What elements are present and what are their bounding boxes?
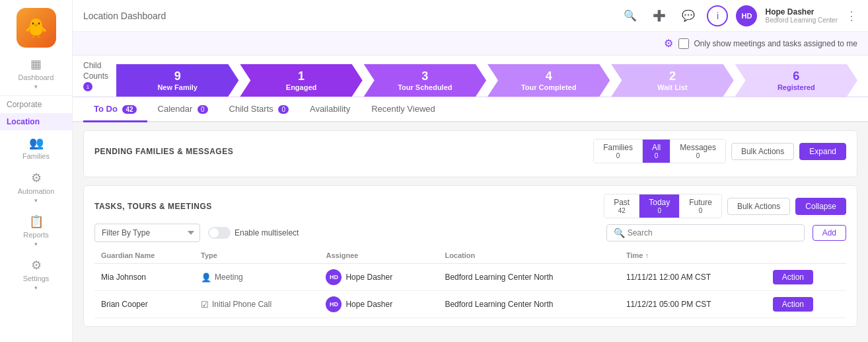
- toggle-future-label: Future: [689, 198, 712, 207]
- tour-scheduled-label: Tour Scheduled: [398, 83, 452, 91]
- action-button-0[interactable]: Action: [773, 270, 813, 284]
- reports-icon: 📋: [29, 214, 44, 229]
- tab-recently-viewed[interactable]: Recently Viewed: [361, 97, 446, 122]
- toggle-all-count: 0: [655, 152, 659, 159]
- sidebar-automation-label: Automation: [18, 187, 55, 195]
- pipeline-label: Child Counts 1: [83, 56, 116, 97]
- col-time[interactable]: Time ↑: [620, 247, 766, 264]
- sidebar: 🐥 ▦ Dashboard ▾ Corporate Location 👥 Fam…: [0, 0, 73, 342]
- info-button[interactable]: i: [707, 5, 728, 26]
- more-options-icon[interactable]: ⋮: [846, 9, 857, 23]
- toggle-future-count: 0: [699, 207, 703, 214]
- assignee-cell: HD Hope Dasher: [319, 264, 438, 291]
- topbar-icons: 🔍 ➕ 💬 i HD Hope Dasher Bedford Learning …: [620, 5, 857, 26]
- type-cell: 👤 Meeting: [194, 264, 319, 291]
- tasks-actions: Bulk Actions Collapse: [727, 198, 846, 215]
- tab-availability[interactable]: Availability: [299, 97, 361, 122]
- filter-type-select[interactable]: Filter By Type: [94, 224, 200, 242]
- tab-availability-label: Availability: [310, 104, 350, 114]
- search-input[interactable]: [628, 228, 797, 237]
- dashboard-icon: ▦: [30, 57, 42, 71]
- toggle-future[interactable]: Future 0: [680, 194, 721, 218]
- chevron-icon-reports: ▾: [34, 241, 38, 247]
- search-button[interactable]: 🔍: [620, 5, 641, 26]
- assignee-name: Hope Dasher: [345, 273, 392, 282]
- action-cell: Action: [766, 264, 846, 291]
- sidebar-item-location[interactable]: Location: [0, 113, 72, 130]
- tab-childstarts-label: Child Starts: [229, 104, 273, 114]
- pipeline-tab-wait-list[interactable]: 2 Wait List: [611, 64, 733, 97]
- pipeline-tab-engaged[interactable]: 1 Engaged: [240, 64, 362, 97]
- page-title: Location Dashboard: [83, 11, 612, 21]
- bulk-actions-button-tasks[interactable]: Bulk Actions: [727, 198, 790, 215]
- add-button[interactable]: ➕: [649, 5, 670, 26]
- col-actions-header: [766, 247, 846, 264]
- logo-icon: 🐥: [24, 17, 48, 39]
- pipeline-badge: 1: [83, 82, 92, 91]
- sidebar-item-dashboard[interactable]: ▦ Dashboard ▾: [0, 52, 72, 95]
- user-avatar[interactable]: HD: [736, 5, 757, 26]
- assignee-cell: HD Hope Dasher: [319, 291, 438, 318]
- tasks-card: TASKS, TOURS & MEETINGS Past 42 Today 0 …: [83, 185, 857, 327]
- toggle-past[interactable]: Past 42: [604, 194, 639, 218]
- meeting-icon: 👤: [201, 273, 211, 282]
- toggle-today[interactable]: Today 0: [639, 194, 680, 218]
- type-label: Initial Phone Call: [212, 300, 271, 309]
- col-guardian-name: Guardian Name: [94, 247, 194, 264]
- multiselect-toggle[interactable]: [208, 227, 231, 239]
- families-icon: 👥: [29, 136, 44, 150]
- tab-todo-count: 42: [122, 105, 136, 114]
- type-label: Meeting: [215, 273, 243, 282]
- pending-families-header: PENDING FAMILIES & MESSAGES Families 0 A…: [94, 139, 846, 163]
- assign-to-me-checkbox[interactable]: [678, 38, 689, 49]
- sidebar-families-label: Families: [22, 152, 50, 160]
- toggle-all[interactable]: All 0: [643, 140, 670, 163]
- action-button-1[interactable]: Action: [773, 297, 813, 312]
- table-row: Brian Cooper ☑ Initial Phone Call HD Hop…: [94, 291, 846, 318]
- assignee-avatar: HD: [326, 296, 342, 312]
- add-button-tasks[interactable]: Add: [813, 225, 846, 241]
- sidebar-item-families[interactable]: 👥 Families: [0, 130, 72, 165]
- pipeline-tab-new-family[interactable]: 9 New Family: [116, 64, 238, 97]
- sidebar-item-reports[interactable]: 📋 Reports ▾: [0, 209, 72, 253]
- sidebar-item-corporate[interactable]: Corporate: [0, 95, 72, 113]
- sidebar-settings-label: Settings: [23, 275, 50, 282]
- toggle-families[interactable]: Families 0: [594, 140, 643, 163]
- enable-multiselect: Enable multiselect: [208, 227, 299, 239]
- tab-calendar[interactable]: Calendar 0: [147, 97, 219, 122]
- pipeline-tabs: 9 New Family 1 Engaged 3 Tour Scheduled …: [116, 64, 857, 97]
- pending-families-card: PENDING FAMILIES & MESSAGES Families 0 A…: [83, 130, 857, 177]
- user-name: Hope Dasher: [765, 7, 838, 17]
- pipeline: Child Counts 1 9 New Family 1 Engaged 3 …: [73, 56, 868, 97]
- toggle-today-label: Today: [649, 198, 670, 207]
- location-cell: Bedford Learning Center North: [438, 264, 619, 291]
- user-info: Hope Dasher Bedford Learning Center: [765, 7, 838, 24]
- settings-icon: ⚙: [31, 258, 42, 273]
- sidebar-location-label: Location: [7, 117, 40, 126]
- guardian-name-cell: Mia Johnson: [94, 264, 194, 291]
- pipeline-tab-tour-scheduled[interactable]: 3 Tour Scheduled: [364, 64, 486, 97]
- messages-button[interactable]: 💬: [678, 5, 699, 26]
- tour-completed-label: Tour Completed: [521, 83, 577, 91]
- chevron-icon-settings: ▾: [34, 284, 38, 291]
- pipeline-tab-tour-completed[interactable]: 4 Tour Completed: [488, 64, 610, 97]
- child-counts-line1: Child: [83, 61, 101, 70]
- sidebar-item-settings[interactable]: ⚙ Settings ▾: [0, 253, 72, 296]
- toggle-messages[interactable]: Messages 0: [670, 140, 725, 163]
- pipeline-tab-registered[interactable]: 6 Registered: [735, 64, 857, 97]
- action-cell: Action: [766, 291, 846, 318]
- wait-list-count: 2: [669, 69, 676, 83]
- tab-todo[interactable]: To Do 42: [83, 97, 147, 122]
- assignee-name: Hope Dasher: [345, 300, 392, 309]
- bulk-actions-button-pending[interactable]: Bulk Actions: [731, 143, 794, 160]
- tab-calendar-label: Calendar: [158, 104, 193, 114]
- content-area: PENDING FAMILIES & MESSAGES Families 0 A…: [73, 122, 868, 342]
- tab-childstarts[interactable]: Child Starts 0: [219, 97, 299, 122]
- col-type: Type: [194, 247, 319, 264]
- type-cell: ☑ Initial Phone Call: [194, 291, 319, 318]
- expand-button[interactable]: Expand: [799, 143, 846, 160]
- registered-label: Registered: [778, 83, 815, 91]
- topbar: Location Dashboard 🔍 ➕ 💬 i HD Hope Dashe…: [73, 0, 868, 32]
- collapse-button[interactable]: Collapse: [795, 198, 846, 215]
- sidebar-item-automation[interactable]: ⚙ Automation ▾: [0, 165, 72, 209]
